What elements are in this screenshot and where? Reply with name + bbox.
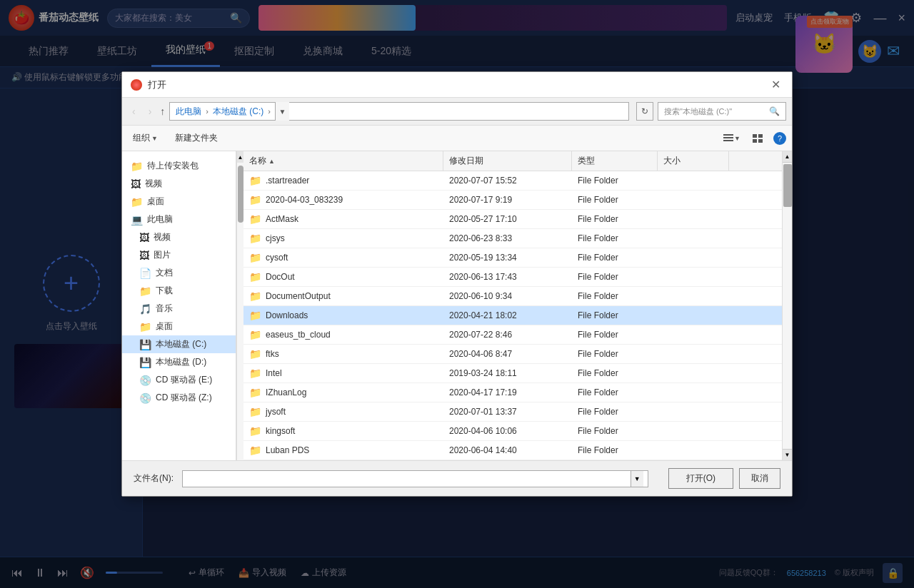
dialog-title-bar: 打开 ✕ bbox=[122, 72, 792, 98]
table-row[interactable]: 📁 2020-04-03_083239 2020-07-17 9:19 File… bbox=[243, 191, 782, 210]
search-field-icon[interactable]: 🔍 bbox=[769, 106, 780, 116]
left-nav-item[interactable]: 💾本地磁盘 (C:) bbox=[122, 335, 236, 353]
file-size-cell bbox=[658, 218, 729, 220]
dialog-cancel-btn[interactable]: 取消 bbox=[739, 468, 780, 489]
left-nav-item[interactable]: 💾本地磁盘 (D:) bbox=[122, 353, 236, 371]
dialog-close-btn[interactable]: ✕ bbox=[768, 78, 783, 91]
dialog-action-bar: 组织 ▼ 新建文件夹 ▼ ? bbox=[122, 126, 792, 151]
file-size-cell bbox=[658, 333, 729, 336]
left-nav-item[interactable]: 🎵音乐 bbox=[122, 300, 236, 318]
scroll-down-btn[interactable]: ▼ bbox=[783, 449, 793, 460]
list-view-btn[interactable]: ▼ bbox=[718, 130, 745, 147]
dialog-ok-btn[interactable]: 打开(O) bbox=[668, 468, 733, 489]
scroll-thumb[interactable] bbox=[783, 164, 792, 207]
svg-rect-2 bbox=[723, 140, 733, 141]
file-folder-icon: 📁 bbox=[249, 194, 261, 206]
view-dropdown-arrow[interactable]: ▼ bbox=[734, 135, 740, 142]
left-nav-item[interactable]: 💿CD 驱动器 (Z:) bbox=[122, 389, 236, 407]
table-row[interactable]: 📁 ActMask 2020-05-27 17:10 File Folder bbox=[243, 210, 782, 229]
file-type-cell: File Folder bbox=[572, 270, 658, 283]
file-folder-icon: 📁 bbox=[249, 290, 261, 302]
nav-item-label: CD 驱动器 (E:) bbox=[156, 374, 212, 386]
table-row[interactable]: 📁 ftks 2020-04-06 8:47 File Folder bbox=[243, 345, 782, 364]
table-row[interactable]: 📁 DocumentOutput 2020-06-10 9:34 File Fo… bbox=[243, 287, 782, 306]
left-nav-item[interactable]: 📁桌面 bbox=[122, 193, 236, 211]
address-dropdown-btn[interactable]: ▼ bbox=[275, 102, 289, 121]
nav-item-label: CD 驱动器 (Z:) bbox=[156, 392, 212, 404]
left-nav-item[interactable]: 🖼图片 bbox=[122, 246, 236, 264]
file-folder-icon: 📁 bbox=[249, 368, 261, 379]
help-btn[interactable]: ? bbox=[773, 132, 786, 145]
file-name-cell: 📁 easeus_tb_cloud bbox=[243, 328, 443, 342]
file-name-cell: 📁 Luban PDS bbox=[243, 443, 443, 457]
file-name-cell: 📁 jysoft bbox=[243, 405, 443, 419]
left-nav-container: 📁待上传安装包🖼视频📁桌面💻此电脑🖼视频🖼图片📄文档📁下载🎵音乐📁桌面💾本地磁盘… bbox=[122, 151, 243, 460]
table-row[interactable]: 📁 cysoft 2020-05-19 13:34 File Folder bbox=[243, 248, 782, 268]
table-row[interactable]: 📁 Intel 2019-03-24 18:11 File Folder bbox=[243, 364, 782, 383]
file-folder-icon: 📁 bbox=[249, 310, 261, 321]
table-row[interactable]: 📁 DocOut 2020-06-13 17:43 File Folder bbox=[243, 268, 782, 287]
folder-icon: 🎵 bbox=[139, 303, 151, 315]
file-date-cell: 2020-05-19 13:34 bbox=[443, 251, 572, 264]
filename-dropdown-btn[interactable]: ▼ bbox=[631, 471, 643, 487]
left-nav-item[interactable]: 📁待上传安装包 bbox=[122, 157, 236, 175]
file-type-cell: File Folder bbox=[572, 444, 658, 457]
forward-btn[interactable]: › bbox=[144, 103, 156, 120]
file-size-cell bbox=[658, 372, 729, 375]
left-nav-item[interactable]: 🖼视频 bbox=[122, 175, 236, 193]
file-size-cell bbox=[658, 353, 729, 355]
file-name-cell: 📁 IZhuanLog bbox=[243, 385, 443, 400]
file-date-cell: 2020-04-21 18:02 bbox=[443, 309, 572, 322]
up-btn[interactable]: ↑ bbox=[160, 106, 165, 117]
nav-scroll-up[interactable]: ▲ bbox=[237, 151, 243, 163]
col-header-type[interactable]: 类型 bbox=[572, 151, 658, 171]
file-name-cell: 📁 Intel bbox=[243, 366, 443, 380]
file-date-cell: 2020-04-06 8:47 bbox=[443, 348, 572, 360]
nav-scroll-thumb[interactable] bbox=[238, 166, 243, 223]
new-folder-btn[interactable]: 新建文件夹 bbox=[169, 129, 224, 147]
dialog-overlay: 打开 ✕ ‹ › ↑ 此电脑 › 本地磁盘 (C:) › ▼ ↻ 搜索"本地磁盘… bbox=[0, 0, 914, 588]
organize-label: 组织 bbox=[133, 132, 150, 144]
file-date-cell: 2020-07-22 8:46 bbox=[443, 328, 572, 341]
table-row[interactable]: 📁 cjsys 2020-06-23 8:33 File Folder bbox=[243, 229, 782, 248]
address-bar[interactable]: 此电脑 › 本地磁盘 (C:) › ▼ bbox=[169, 102, 629, 121]
table-row[interactable]: 📁 .startreader 2020-07-07 15:52 File Fol… bbox=[243, 171, 782, 191]
file-name-cell: 📁 kingsoft bbox=[243, 424, 443, 438]
back-btn[interactable]: ‹ bbox=[128, 103, 140, 120]
organize-btn[interactable]: 组织 ▼ bbox=[128, 129, 163, 147]
dialog-resize-handle[interactable] bbox=[905, 579, 914, 588]
left-nav-item[interactable]: 💿CD 驱动器 (E:) bbox=[122, 371, 236, 389]
table-row[interactable]: 📁 Downloads 2020-04-21 18:02 File Folder bbox=[243, 306, 782, 325]
dialog-footer: 文件名(N): ▼ 打开(O) 取消 bbox=[122, 460, 792, 496]
file-type-cell: File Folder bbox=[572, 232, 658, 245]
table-row[interactable]: 📁 kingsoft 2020-04-06 10:06 File Folder bbox=[243, 422, 782, 441]
file-name-cell: 📁 .startreader bbox=[243, 173, 443, 188]
file-date-cell: 2020-06-23 8:33 bbox=[443, 232, 572, 245]
svg-rect-1 bbox=[723, 137, 733, 138]
table-row[interactable]: 📁 IZhuanLog 2020-04-17 17:19 File Folder bbox=[243, 383, 782, 402]
left-nav-item[interactable]: 💻此电脑 bbox=[122, 211, 236, 228]
col-header-size[interactable]: 大小 bbox=[658, 151, 729, 171]
table-row[interactable]: 📁 jysoft 2020-07-01 13:37 File Folder bbox=[243, 402, 782, 422]
right-scrollbar[interactable]: ▲ ▼ bbox=[782, 151, 792, 460]
nav-item-label: 待上传安装包 bbox=[147, 160, 199, 172]
view-controls: ▼ ? bbox=[718, 130, 786, 147]
col-header-date[interactable]: 修改日期 bbox=[443, 151, 572, 171]
details-view-btn[interactable] bbox=[748, 130, 768, 147]
filename-label: 文件名(N): bbox=[134, 472, 174, 485]
file-name: kingsoft bbox=[266, 426, 295, 436]
left-nav-item[interactable]: 📁下载 bbox=[122, 282, 236, 300]
filename-input[interactable]: ▼ bbox=[182, 470, 648, 487]
scroll-up-btn[interactable]: ▲ bbox=[783, 151, 793, 163]
left-nav-scrollbar[interactable]: ▲ bbox=[236, 151, 243, 460]
left-nav-item[interactable]: 🖼视频 bbox=[122, 228, 236, 246]
refresh-btn[interactable]: ↻ bbox=[636, 102, 653, 121]
left-nav-item[interactable]: 📁桌面 bbox=[122, 318, 236, 335]
table-row[interactable]: 📁 easeus_tb_cloud 2020-07-22 8:46 File F… bbox=[243, 325, 782, 345]
left-nav-item[interactable]: 📄文档 bbox=[122, 264, 236, 282]
search-field[interactable]: 搜索"本地磁盘 (C:)" 🔍 bbox=[658, 102, 786, 121]
file-name: DocumentOutput bbox=[266, 291, 331, 301]
col-header-name[interactable]: 名称 ▲ bbox=[243, 151, 443, 171]
table-row[interactable]: 📁 Luban PDS 2020-06-04 14:40 File Folder bbox=[243, 441, 782, 460]
nav-item-label: 视频 bbox=[154, 231, 171, 243]
